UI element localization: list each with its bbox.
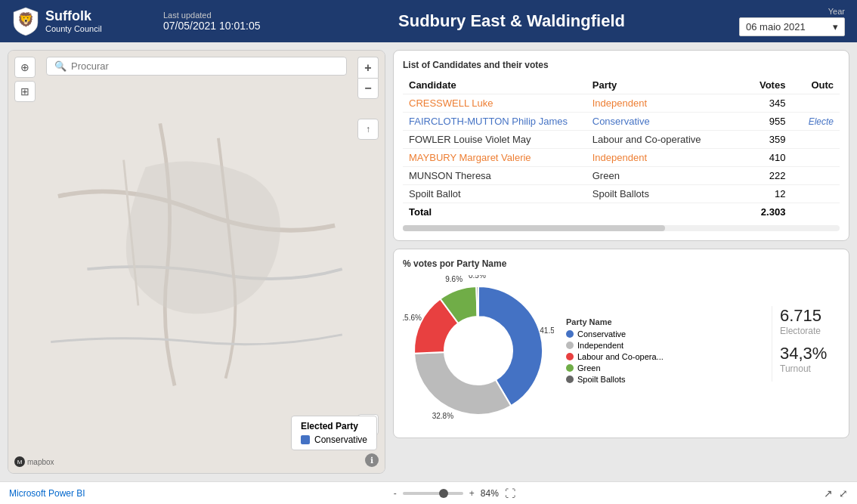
table-scrollbar[interactable] [403, 225, 840, 231]
col-outcome: Outc [791, 76, 840, 94]
legend-dot [566, 342, 574, 349]
zoom-slider-track[interactable] [403, 492, 463, 495]
last-updated-label: Last updated [163, 11, 284, 20]
candidate-votes: 955 [730, 113, 791, 131]
svg-text:32.8%: 32.8% [432, 412, 453, 420]
map-top-controls: ⊕ ⊞ [14, 57, 36, 102]
zoom-out-button[interactable]: − [357, 78, 379, 99]
legend-area: Party Name ConservativeIndependentLabour… [566, 317, 664, 386]
legend-dot [566, 364, 574, 372]
legend-dot [566, 353, 574, 360]
year-selector: Year 06 maio 2021 ▾ [739, 7, 845, 36]
candidate-votes: 410 [730, 149, 791, 167]
table-row: CRESSWELL Luke Independent 345 [403, 94, 840, 113]
donut-chart: 41.5%32.8%15.6%9.6%0.5% [403, 275, 554, 428]
zoom-minus-icon[interactable]: - [394, 488, 397, 499]
search-input[interactable] [71, 60, 339, 72]
candidate-outcome: Electe [791, 113, 840, 131]
search-bar: 🔍 [46, 57, 347, 76]
electorate-label: Electorate [780, 326, 840, 336]
elected-party-item: Conservative [301, 434, 367, 445]
candidate-name: Spoilt Ballot [403, 185, 586, 203]
candidates-tbody: CRESSWELL Luke Independent 345 FAIRCLOTH… [403, 94, 840, 203]
table-scrollbar-thumb[interactable] [403, 225, 665, 231]
candidate-votes: 359 [730, 131, 791, 149]
zoom-plus-icon[interactable]: + [469, 488, 475, 499]
map-panel: ⊕ ⊞ 🔍 + − ↑ 🔍 [8, 50, 385, 474]
total-label: Total [403, 203, 586, 221]
zoom-slider-thumb[interactable] [439, 489, 448, 498]
table-row: FOWLER Louise Violet May Labour and Co-o… [403, 131, 840, 149]
logo-area: 🦁 Suffolk County Council [12, 6, 148, 36]
candidate-outcome [791, 131, 840, 149]
main-content: ⊕ ⊞ 🔍 + − ↑ 🔍 [0, 42, 857, 481]
col-party: Party [586, 76, 731, 94]
candidate-outcome [791, 94, 840, 113]
table-row: FAIRCLOTH-MUTTON Philip James Conservati… [403, 113, 840, 131]
zoom-bar: - + 84% ⛶ [394, 487, 515, 499]
candidate-votes: 12 [730, 185, 791, 203]
elected-party-value: Conservative [314, 434, 367, 445]
right-panels: List of Candidates and their votes Candi… [393, 50, 849, 474]
conservative-color-dot [301, 435, 310, 444]
compass-button[interactable]: ↑ [357, 119, 379, 140]
chevron-down-icon: ▾ [833, 21, 838, 32]
candidate-party: Spoilt Ballots [586, 185, 731, 203]
candidate-outcome [791, 185, 840, 203]
svg-text:9.6%: 9.6% [445, 275, 463, 283]
candidate-name: MUNSON Theresa [403, 167, 586, 185]
legend-dot [566, 330, 574, 338]
turnout-label: Turnout [780, 363, 840, 374]
legend-label: Conservative [577, 329, 626, 339]
elected-party-box: Elected Party Conservative [291, 416, 377, 450]
year-label: Year [828, 7, 845, 16]
svg-text:0.5%: 0.5% [469, 275, 486, 280]
svg-text:15.6%: 15.6% [403, 314, 422, 322]
legend-item: Labour and Co-opera... [566, 352, 664, 361]
svg-text:🦁: 🦁 [17, 11, 35, 28]
map-home-button[interactable]: ⊕ [14, 57, 36, 78]
turnout-value: 34,3% [780, 344, 840, 363]
expand-icon[interactable]: ⤢ [839, 487, 848, 499]
candidates-table: Candidate Party Votes Outc CRESSWELL Luk… [403, 76, 840, 221]
legend-item: Conservative [566, 329, 664, 339]
zoom-controls: + − [357, 57, 379, 99]
candidate-party: Labour and Co-operative [586, 131, 731, 149]
map-info-button[interactable]: ℹ [365, 453, 379, 467]
last-updated-value: 07/05/2021 10:01:05 [163, 20, 284, 32]
share-icon[interactable]: ↗ [824, 487, 833, 499]
candidate-outcome [791, 149, 840, 167]
table-row: MAYBURY Margaret Valerie Independent 410 [403, 149, 840, 167]
zoom-in-button[interactable]: + [357, 57, 379, 78]
powerbi-link[interactable]: Microsoft Power BI [9, 488, 85, 499]
total-outcome [791, 203, 840, 221]
mapbox-circle-icon: M [14, 456, 25, 467]
candidate-party: Conservative [586, 113, 731, 131]
svg-text:41.5%: 41.5% [540, 326, 554, 335]
candidate-name: FOWLER Louise Violet May [403, 131, 586, 149]
fullscreen-icon[interactable]: ⛶ [505, 487, 515, 499]
candidate-votes: 345 [730, 94, 791, 113]
page-title: Sudbury East & Waldingfield [284, 11, 739, 31]
legend-title: Party Name [566, 317, 664, 326]
col-candidate: Candidate [403, 76, 586, 94]
elected-party-title: Elected Party [301, 421, 367, 431]
year-dropdown[interactable]: 06 maio 2021 ▾ [739, 17, 845, 36]
search-input-wrapper: 🔍 [46, 57, 347, 76]
table-total-row: Total 2.303 [403, 203, 840, 221]
map-layers-button[interactable]: ⊞ [14, 81, 36, 102]
candidate-party: Independent [586, 149, 731, 167]
last-updated-section: Last updated 07/05/2021 10:01:05 [163, 11, 284, 32]
legend-item: Spoilt Ballots [566, 375, 664, 384]
candidate-outcome [791, 167, 840, 185]
legend-item: Independent [566, 341, 664, 350]
donut-container: 41.5%32.8%15.6%9.6%0.5% Party Name Conse… [403, 275, 764, 428]
legend-label: Independent [577, 341, 623, 350]
legend-items: ConservativeIndependentLabour and Co-ope… [566, 329, 664, 384]
chart-title: % votes por Party Name [403, 258, 764, 269]
legend-label: Green [577, 363, 601, 373]
search-icon: 🔍 [54, 60, 67, 72]
suffolk-shield-icon: 🦁 [12, 6, 39, 36]
map-background [8, 51, 385, 473]
total-empty [586, 203, 731, 221]
